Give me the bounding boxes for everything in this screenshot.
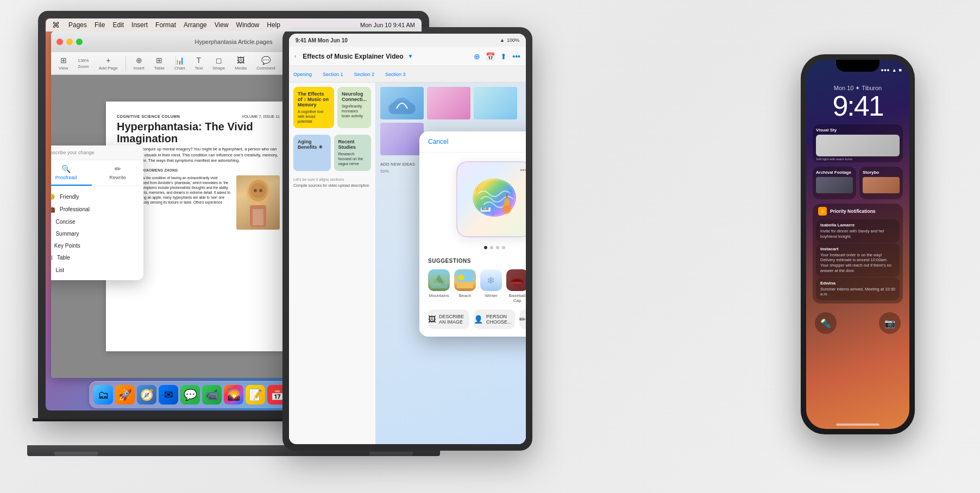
widget-visual: Visual Sty Soft light with warm turns [813,124,903,162]
toolbar-shape[interactable]: ◻ Shape [209,56,228,71]
notification-edwina[interactable]: Edwina Summer interns arrived. Meeting a… [816,277,900,301]
menu-help[interactable]: Help [267,21,280,29]
toolbar-text[interactable]: T Text [192,56,206,71]
dock-launchpad[interactable]: 🚀 [115,385,135,404]
menu-edit[interactable]: Edit [112,21,124,29]
card-section5[interactable]: Recent Studies Research focused on the v… [334,135,372,170]
tab-rewrite[interactable]: ✏ Rewrite [92,160,143,186]
dock-messages[interactable]: 💬 [180,385,200,404]
section-tab-3[interactable]: Section 3 [385,72,406,77]
notification-header: ⚡ Priority Notifications [813,204,903,219]
section-tab-1[interactable]: Section 1 [323,72,343,77]
zoom-value: 136% [78,58,89,63]
slide-thumb-4[interactable] [380,123,424,155]
dock-mail[interactable]: ✉ [159,385,178,404]
dialog-cancel-button[interactable]: Cancel [428,138,448,146]
toolbar-insert[interactable]: ⊕ Insert [130,56,148,71]
slide-thumb-1[interactable] [380,87,424,119]
iphone-time: 9:41 [813,92,903,120]
notif-group-label: Priority Notifications [830,208,876,214]
ipad-screen: 9:41 AM Mon Jun 10 ▲ 100% ‹ Effects of M… [289,34,526,444]
dock-photos[interactable]: 🌄 [224,385,243,404]
toolbar-media[interactable]: 🖼 Media [231,56,250,71]
style-icon: ✏ [519,315,526,324]
grid-row-1: The Effects of ♪ Music on Memory A cogni… [293,87,371,131]
notification-instacart[interactable]: Instacart Your Instacart order is on the… [816,243,900,277]
ipad-calendar-icon[interactable]: 📅 [486,52,495,61]
suggestion-baseball-cap[interactable]: Baseball Cap [506,269,526,303]
style-button[interactable]: ✏ STYLE SKETCH [519,309,526,329]
option-key-points[interactable]: • Key Points [51,239,143,251]
proofread-icon: 🔍 [61,165,71,173]
svg-rect-24 [431,283,447,288]
dock-facetime[interactable]: 📹 [202,385,222,404]
sender-instacart: Instacart [820,246,895,251]
svg-point-6 [259,189,262,192]
torch-button[interactable]: 🔦 [815,312,837,334]
notif-app-icon: ⚡ [818,207,827,216]
menu-view[interactable]: View [215,21,229,29]
option-list[interactable]: ≡ List [51,264,143,276]
suggestion-mountains[interactable]: Mountains [428,269,450,303]
toolbar-add-page[interactable]: + Add Page [96,56,121,71]
table-label: Table [154,66,165,71]
svg-text:♩: ♩ [492,211,494,217]
person-button[interactable]: 👤 PERSON CHOOSE... [474,309,515,329]
card-s4-title: Aging Benefits ☀ [298,139,326,150]
ipad-back-button[interactable]: ‹ [294,53,296,59]
svg-text:♪: ♪ [475,185,479,193]
ipad-share-icon[interactable]: ⬆ [500,52,507,61]
summary-label: Summary [55,231,79,237]
text-instacart: Your Instacart order is on the way! Deli… [820,252,895,274]
option-summary[interactable]: ≡ Summary [51,227,143,239]
option-table[interactable]: ⊞ Table [51,251,143,264]
menu-arrange[interactable]: Arrange [184,21,207,29]
ipad-more-icon[interactable]: ••• [512,52,520,61]
option-professional[interactable]: 💼 Professional [51,203,143,216]
dropdown-chevron-icon: ▼ [408,53,413,59]
toolbar-view[interactable]: ⊞ View [55,56,71,71]
menu-pages[interactable]: Pages [68,21,87,29]
toolbar-table[interactable]: ⊞ Table [151,56,168,71]
apple-logo: ⌘ [52,21,60,29]
menu-window[interactable]: Window [236,21,260,29]
iphone-screen: ●●● ▲ ■ Mon 10 ✦ Tiburon 9:41 Visual Sty… [806,60,909,429]
ipad-toolbar: ‹ Effects of Music Explainer Video ▼ ⊕ 📅… [289,47,526,66]
toolbar-chart[interactable]: 📊 Chart [171,56,189,71]
iphone-home-indicator[interactable] [836,424,880,426]
dock-notes[interactable]: 📝 [246,385,265,404]
suggestion-beach[interactable]: Beach [454,269,476,303]
list-label: List [55,267,64,273]
option-friendly[interactable]: 😊 Friendly [51,191,143,203]
more-options-button[interactable]: ••• [520,167,526,174]
dock-safari[interactable]: 🧭 [137,385,156,404]
section-tab-2[interactable]: Section 2 [354,72,375,77]
collaborate-icon[interactable]: ⊕ [474,52,480,61]
option-concise[interactable]: ≡ Concise [51,216,143,227]
close-button[interactable] [56,39,63,45]
grid-row-2: Aging Benefits ☀ Recent Studies Research… [293,135,371,174]
slide-thumb-3[interactable] [474,87,517,119]
card-section1[interactable]: Neurolog Connecti... Significantly incre… [337,87,371,128]
maximize-button[interactable] [76,39,83,45]
dock-finder[interactable]: 🗂 [93,385,113,404]
menu-insert[interactable]: Insert [131,21,148,29]
card-opening[interactable]: The Effects of ♪ Music on Memory A cogni… [293,87,334,128]
mountains-label: Mountains [429,293,449,298]
describe-image-button[interactable]: 🖼 DESCRIBE AN IMAGE [428,309,469,329]
slide-thumb-2[interactable] [427,87,470,119]
notification-isabella[interactable]: Isabella Lamarre Invite for dinner with … [816,219,900,243]
menu-format[interactable]: Format [155,21,176,29]
toolbar-comment[interactable]: 💬 Comment [253,56,279,71]
image-generation-dialog: Cancel Create ••• [419,131,526,337]
toolbar-zoom[interactable]: 136% Zoom [74,58,92,69]
svg-text:♫: ♫ [508,189,512,195]
menu-file[interactable]: File [95,21,105,29]
card-section4[interactable]: Aging Benefits ☀ [293,135,331,170]
suggestion-winter[interactable]: ❄ Winter [480,269,502,303]
section-tab-opening[interactable]: Opening [293,72,312,77]
tab-proofread[interactable]: 🔍 Proofread [51,160,92,186]
view-icon: ⊞ [60,56,67,65]
minimize-button[interactable] [66,39,73,45]
camera-button[interactable]: 📷 [879,312,901,334]
